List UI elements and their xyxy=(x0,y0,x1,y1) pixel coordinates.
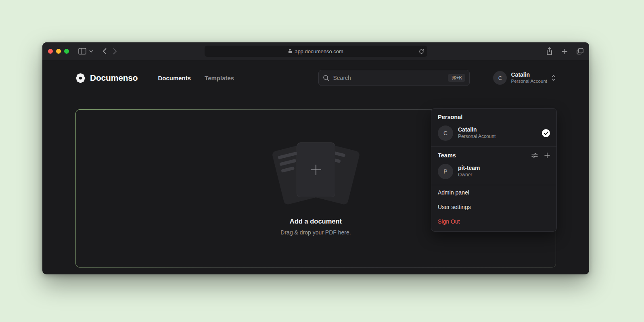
back-button-icon[interactable] xyxy=(102,48,107,55)
personal-account-item[interactable]: C Catalin Personal Account xyxy=(431,124,556,146)
search-input[interactable] xyxy=(333,75,444,81)
toolbar-right-cluster xyxy=(546,47,583,55)
browser-toolbar: app.documenso.com xyxy=(42,42,589,60)
team-item[interactable]: P pit-team Owner xyxy=(431,162,556,185)
tab-overview-icon[interactable] xyxy=(577,48,583,54)
address-bar-url: app.documenso.com xyxy=(295,48,343,54)
forward-button-icon[interactable] xyxy=(113,48,117,55)
close-window-button[interactable] xyxy=(48,49,53,54)
reload-icon[interactable] xyxy=(419,49,424,54)
personal-avatar: C xyxy=(438,125,453,141)
account-dropdown-menu: Personal C Catalin Personal Account Team… xyxy=(431,108,557,232)
team-avatar: P xyxy=(438,164,453,179)
main-nav: Documents Templates xyxy=(158,75,234,82)
personal-section-label: Personal xyxy=(431,109,556,124)
sidebar-toggle-icon[interactable] xyxy=(78,48,87,55)
account-type: Personal Account xyxy=(511,78,547,84)
new-tab-plus-icon[interactable] xyxy=(562,48,568,54)
personal-type: Personal Account xyxy=(458,134,496,140)
menu-item-sign-out[interactable]: Sign Out xyxy=(431,214,556,229)
menu-item-user-settings[interactable]: User settings xyxy=(431,200,556,214)
manage-teams-icon[interactable] xyxy=(531,152,538,159)
nav-documents[interactable]: Documents xyxy=(158,75,191,82)
personal-name: Catalin xyxy=(458,126,496,134)
add-team-plus-icon[interactable] xyxy=(544,152,550,159)
search-shortcut-badge: ⌘+K xyxy=(448,74,465,82)
account-menu-trigger[interactable]: C Catalin Personal Account xyxy=(493,71,556,85)
app-header: Documenso Documents Templates ⌘+K C Cata… xyxy=(42,60,589,96)
browser-window: app.documenso.com xyxy=(42,42,589,274)
documents-illustration xyxy=(270,142,362,205)
account-avatar: C xyxy=(493,71,507,85)
documenso-logo-icon xyxy=(75,73,86,83)
team-name: pit-team xyxy=(458,165,480,172)
dropzone-subtitle: Drag & drop your PDF here. xyxy=(280,229,351,236)
menu-item-admin-panel[interactable]: Admin panel xyxy=(431,185,556,200)
zoom-window-button[interactable] xyxy=(64,49,69,54)
search-icon xyxy=(323,75,329,81)
selected-check-icon xyxy=(542,129,550,137)
document-card-front xyxy=(297,142,335,197)
brand-name: Documenso xyxy=(90,73,138,83)
sidebar-chevron-down-icon[interactable] xyxy=(89,50,93,53)
lock-icon xyxy=(288,49,292,54)
plus-icon xyxy=(309,163,323,177)
teams-section-label: Teams xyxy=(438,152,456,159)
address-bar[interactable]: app.documenso.com xyxy=(205,46,427,57)
account-name: Catalin xyxy=(511,71,547,78)
teams-section-header: Teams xyxy=(431,147,556,162)
dropzone-title: Add a document xyxy=(290,217,342,225)
selector-chevrons-icon xyxy=(551,75,556,81)
search-box[interactable]: ⌘+K xyxy=(318,70,470,86)
brand[interactable]: Documenso xyxy=(75,73,138,83)
nav-templates[interactable]: Templates xyxy=(205,75,234,82)
traffic-lights xyxy=(48,49,69,54)
team-role: Owner xyxy=(458,172,480,178)
minimize-window-button[interactable] xyxy=(56,49,61,54)
app-content: Documenso Documents Templates ⌘+K C Cata… xyxy=(42,60,589,274)
share-icon[interactable] xyxy=(546,47,553,55)
